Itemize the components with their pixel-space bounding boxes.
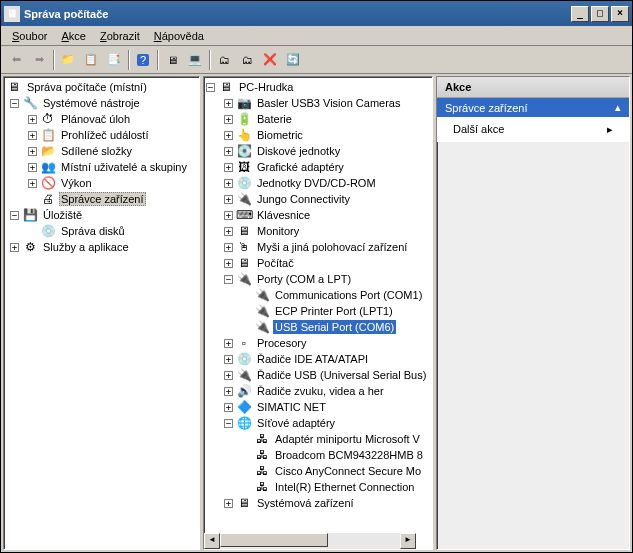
close-button[interactable]: × — [611, 6, 629, 22]
device-net1[interactable]: 🖧 Adaptér miniportu Microsoft V — [206, 431, 430, 447]
net4-label[interactable]: Intel(R) Ethernet Connection — [273, 480, 416, 494]
folder-button[interactable]: 📁 — [57, 49, 79, 71]
lpt1-label[interactable]: ECP Printer Port (LPT1) — [273, 304, 395, 318]
tree-node-systools[interactable]: − 🔧 Systémové nástroje — [6, 95, 197, 111]
computer2-button[interactable]: 💻 — [184, 49, 206, 71]
device-label[interactable]: Jungo Connectivity — [255, 192, 352, 206]
usb-label[interactable]: Řadiče USB (Universal Serial Bus) — [255, 368, 428, 382]
scroll-thumb[interactable] — [220, 533, 328, 547]
expand-icon[interactable]: + — [224, 211, 233, 220]
tree-node-devmgr[interactable]: 🖨 Správce zařízení — [6, 191, 197, 207]
pc-label[interactable]: PC-Hrudka — [237, 80, 295, 94]
device-category[interactable]: +💿Jednotky DVD/CD-ROM — [206, 175, 430, 191]
expand-icon[interactable]: + — [224, 499, 233, 508]
details-view-button[interactable]: 📑 — [103, 49, 125, 71]
device-category[interactable]: +⌨Klávesnice — [206, 207, 430, 223]
storage-label[interactable]: Úložiště — [41, 208, 84, 222]
expand-icon[interactable]: + — [28, 115, 37, 124]
expand-icon[interactable]: + — [28, 147, 37, 156]
horizontal-scrollbar[interactable]: ◄ ► — [204, 533, 416, 549]
device-com1[interactable]: 🔌 Communications Port (COM1) — [206, 287, 430, 303]
scroll-track[interactable] — [220, 533, 400, 549]
device-category[interactable]: +🖼Grafické adaptéry — [206, 159, 430, 175]
device-label[interactable]: Klávesnice — [255, 208, 312, 222]
minimize-button[interactable]: _ — [571, 6, 589, 22]
tree1-button[interactable]: 🗂 — [213, 49, 235, 71]
expand-icon[interactable]: + — [224, 115, 233, 124]
device-simatic[interactable]: + 🔷 SIMATIC NET — [206, 399, 430, 415]
expand-icon[interactable]: + — [224, 243, 233, 252]
actions-more[interactable]: Další akce ▸ — [437, 117, 629, 142]
tree-node-shared[interactable]: + 📂 Sdílené složky — [6, 143, 197, 159]
scroll-left-button[interactable]: ◄ — [204, 533, 220, 549]
expand-icon[interactable]: + — [28, 179, 37, 188]
usb-serial-label[interactable]: USB Serial Port (COM6) — [273, 320, 396, 334]
remove-button[interactable]: ❌ — [259, 49, 281, 71]
device-net[interactable]: − 🌐 Síťové adaptéry — [206, 415, 430, 431]
expand-icon[interactable]: + — [224, 355, 233, 364]
collapse-icon[interactable]: − — [224, 419, 233, 428]
expand-icon[interactable]: + — [224, 371, 233, 380]
device-cpu[interactable]: + ▫ Procesory — [206, 335, 430, 351]
diskmgr-label[interactable]: Správa disků — [59, 224, 127, 238]
device-usb[interactable]: + 🔌 Řadiče USB (Universal Serial Bus) — [206, 367, 430, 383]
users-label[interactable]: Místní uživatelé a skupiny — [59, 160, 189, 174]
expand-icon[interactable]: + — [224, 147, 233, 156]
sysdev-label[interactable]: Systémová zařízení — [255, 496, 356, 510]
expand-icon[interactable]: + — [224, 403, 233, 412]
menu-help[interactable]: Nápověda — [147, 28, 211, 43]
device-sysdev[interactable]: + 🖥 Systémová zařízení — [206, 495, 430, 511]
expand-icon[interactable]: + — [10, 243, 19, 252]
device-label[interactable]: Diskové jednotky — [255, 144, 342, 158]
device-ports[interactable]: − 🔌 Porty (COM a LPT) — [206, 271, 430, 287]
device-net4[interactable]: 🖧 Intel(R) Ethernet Connection — [206, 479, 430, 495]
device-label[interactable]: Biometric — [255, 128, 305, 142]
expand-icon[interactable]: + — [28, 131, 37, 140]
device-label[interactable]: Baterie — [255, 112, 294, 126]
back-button[interactable]: ⬅ — [5, 49, 27, 71]
tree-node-perf[interactable]: + 🚫 Výkon — [6, 175, 197, 191]
device-root[interactable]: − 🖥 PC-Hrudka — [206, 79, 430, 95]
device-category[interactable]: +🖥Počítač — [206, 255, 430, 271]
services-label[interactable]: Služby a aplikace — [41, 240, 131, 254]
refresh-button[interactable]: 🔄 — [282, 49, 304, 71]
scroll-right-button[interactable]: ► — [400, 533, 416, 549]
expand-icon[interactable]: + — [28, 163, 37, 172]
simatic-label[interactable]: SIMATIC NET — [255, 400, 328, 414]
maximize-button[interactable]: □ — [591, 6, 609, 22]
device-usb-serial[interactable]: 🔌 USB Serial Port (COM6) — [206, 319, 430, 335]
menu-view[interactable]: Zobrazit — [93, 28, 147, 43]
tree-node-storage[interactable]: − 💾 Úložiště — [6, 207, 197, 223]
expand-icon[interactable]: + — [224, 163, 233, 172]
list-view-button[interactable]: 📋 — [80, 49, 102, 71]
tree-root[interactable]: 🖥 Správa počítače (místní) — [6, 79, 197, 95]
device-category[interactable]: +🔋Baterie — [206, 111, 430, 127]
expand-icon[interactable]: + — [224, 179, 233, 188]
device-label[interactable]: Basler USB3 Vision Cameras — [255, 96, 402, 110]
device-category[interactable]: +🖥Monitory — [206, 223, 430, 239]
ports-label[interactable]: Porty (COM a LPT) — [255, 272, 353, 286]
expand-icon[interactable]: + — [224, 259, 233, 268]
systools-label[interactable]: Systémové nástroje — [41, 96, 142, 110]
actions-category[interactable]: Správce zařízení ▴ — [437, 98, 629, 117]
collapse-icon[interactable]: − — [224, 275, 233, 284]
tree2-button[interactable]: 🗂 — [236, 49, 258, 71]
expand-icon[interactable]: + — [224, 387, 233, 396]
device-category[interactable]: +💽Diskové jednotky — [206, 143, 430, 159]
expand-icon[interactable]: + — [224, 339, 233, 348]
collapse-icon[interactable]: − — [206, 83, 215, 92]
net-label[interactable]: Síťové adaptéry — [255, 416, 337, 430]
cpu-label[interactable]: Procesory — [255, 336, 309, 350]
tree-node-diskmgr[interactable]: 💿 Správa disků — [6, 223, 197, 239]
events-label[interactable]: Prohlížeč událostí — [59, 128, 150, 142]
device-net3[interactable]: 🖧 Cisco AnyConnect Secure Mo — [206, 463, 430, 479]
forward-button[interactable]: ➡ — [28, 49, 50, 71]
device-label[interactable]: Jednotky DVD/CD-ROM — [255, 176, 378, 190]
tree-node-services[interactable]: + ⚙ Služby a aplikace — [6, 239, 197, 255]
ide-label[interactable]: Řadiče IDE ATA/ATAPI — [255, 352, 370, 366]
net1-label[interactable]: Adaptér miniportu Microsoft V — [273, 432, 422, 446]
menu-file[interactable]: Soubor — [5, 28, 54, 43]
device-category[interactable]: +🖱Myši a jiná polohovací zařízení — [206, 239, 430, 255]
expand-icon[interactable]: + — [224, 195, 233, 204]
sound-label[interactable]: Řadiče zvuku, videa a her — [255, 384, 386, 398]
